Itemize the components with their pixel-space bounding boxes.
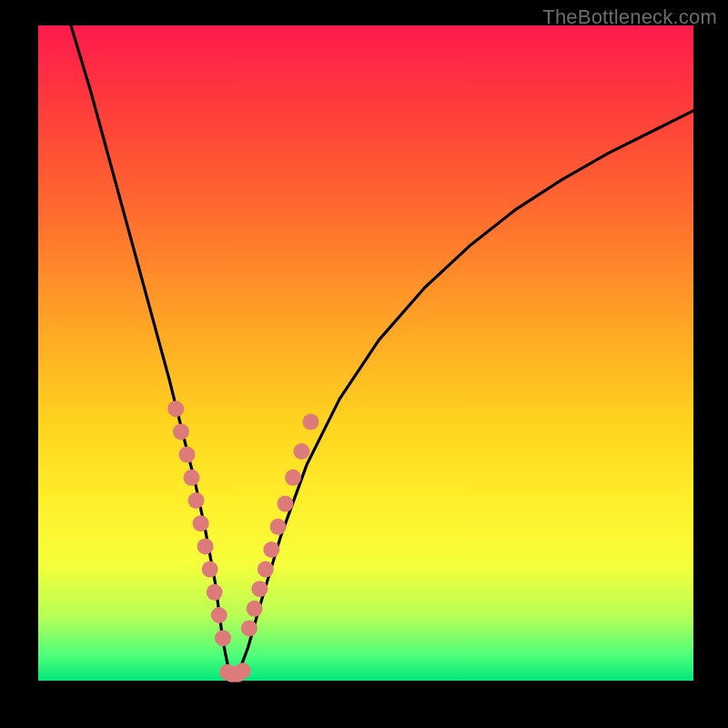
data-point [215,630,231,646]
data-point [258,561,274,578]
data-point [293,443,309,460]
curve-path [71,25,693,674]
plot-area [38,25,693,681]
data-point [211,607,228,623]
data-point [202,561,218,578]
data-point [251,581,268,597]
data-point [207,584,223,601]
curve-svg [38,25,693,681]
data-point [193,515,209,531]
data-point [197,538,214,554]
data-point [178,447,195,463]
chart-stage: TheBottleneck.com [0,0,728,728]
data-point [270,519,287,535]
data-point [173,423,189,440]
data-point [188,492,205,509]
data-point [167,400,184,417]
data-point [303,414,319,430]
data-point [183,470,199,486]
data-point [247,601,263,617]
data-point [235,662,251,679]
data-point [277,496,293,512]
data-point [285,470,301,486]
data-point [241,620,258,636]
data-point [263,541,279,558]
